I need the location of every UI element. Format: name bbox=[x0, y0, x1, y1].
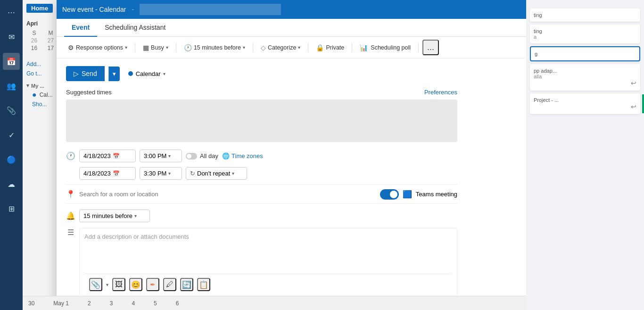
repeat-chevron: ▾ bbox=[232, 171, 234, 176]
image-button[interactable]: 🖼 bbox=[112, 278, 125, 291]
reminder-icon: 🕐 bbox=[184, 44, 192, 51]
repeat-picker[interactable]: ↻ Don't repeat ▾ bbox=[186, 167, 247, 180]
description-placeholder: Add a description or attach documents bbox=[84, 233, 452, 240]
panel-item-label: g bbox=[535, 51, 636, 57]
reminder-bell-icon: 🔔 bbox=[66, 211, 75, 220]
end-time-value: 3:30 PM bbox=[144, 170, 166, 177]
sidebar-item-attach[interactable]: 📎 bbox=[3, 102, 20, 119]
end-date-value: 4/18/2023 bbox=[83, 170, 111, 177]
toolbar-sep-3 bbox=[253, 43, 253, 52]
panel-item-icon2[interactable]: ↩ bbox=[631, 103, 636, 110]
toolbar-sep-4 bbox=[308, 43, 308, 52]
send-icon: ▷ bbox=[74, 70, 79, 77]
suggested-label: Suggested times bbox=[66, 89, 112, 96]
more-options-button[interactable]: ... bbox=[422, 40, 439, 55]
private-button[interactable]: 🔒 Private bbox=[312, 42, 348, 54]
panel-item-label: ting bbox=[534, 28, 636, 34]
suggested-header: Suggested times Preferences bbox=[66, 89, 457, 96]
response-options-button[interactable]: ⚙ Response options ▾ bbox=[64, 42, 131, 54]
send-label: Send bbox=[82, 70, 97, 77]
calendar-label: Calendar bbox=[136, 70, 161, 77]
suggested-times-box bbox=[66, 100, 457, 142]
highlight-button[interactable]: 🖊 bbox=[163, 278, 176, 291]
home-tab[interactable]: Home bbox=[26, 4, 53, 13]
allday-label: All day bbox=[200, 152, 218, 159]
footer-date: May 1 bbox=[53, 300, 69, 307]
dialog-toolbar: ⚙ Response options ▾ ▦ Busy ▾ 🕐 15 minut… bbox=[57, 37, 585, 59]
busy-icon: ▦ bbox=[143, 44, 149, 51]
sidebar-item-apps[interactable]: ⋯ bbox=[3, 4, 20, 21]
panel-item-label: Project - ... bbox=[534, 97, 636, 103]
panel-item-sublabel: alla bbox=[534, 74, 636, 79]
categorize-label: Categorize bbox=[268, 44, 296, 51]
draw-button[interactable]: ✒ bbox=[146, 278, 159, 291]
toolbar-sep-1 bbox=[135, 43, 135, 52]
sidebar-item-teams[interactable]: 🔵 bbox=[3, 151, 20, 168]
sidebar-item-tasks[interactable]: ✓ bbox=[3, 126, 20, 143]
cal-day[interactable]: 16 bbox=[26, 45, 42, 51]
sidebar-item-people[interactable]: 👥 bbox=[3, 77, 20, 94]
start-time-picker[interactable]: 3:00 PM ▾ bbox=[140, 150, 182, 162]
sidebar: ⋯ ✉ 📅 👥 📎 ✓ 🔵 ☁ ⊞ bbox=[0, 0, 23, 310]
send-dropdown-button[interactable]: ▾ bbox=[108, 67, 120, 81]
teams-toggle[interactable] bbox=[380, 189, 399, 200]
calendar-icon: 📅 bbox=[113, 153, 120, 159]
tab-event[interactable]: Event bbox=[64, 19, 97, 37]
panel-item-sublabel: a bbox=[534, 34, 636, 40]
start-date-value: 4/18/2023 bbox=[83, 152, 111, 159]
forms-button[interactable]: 📋 bbox=[197, 278, 210, 291]
scheduling-poll-icon: 📊 bbox=[360, 44, 368, 51]
dialog-content: ▷ Send ▾ Calendar ▾ Suggested times Pref… bbox=[57, 59, 585, 310]
tab-scheduling-assistant[interactable]: Scheduling Assistant bbox=[97, 19, 173, 37]
calendar-selector[interactable]: Calendar ▾ bbox=[124, 67, 171, 80]
categorize-icon: ◇ bbox=[261, 44, 266, 51]
description-row: ☰ Add a description or attach documents … bbox=[66, 228, 457, 300]
private-label: Private bbox=[326, 44, 344, 51]
emoji-button[interactable]: 😊 bbox=[129, 278, 142, 291]
teams-icon: 🟦 bbox=[403, 190, 412, 199]
end-time-picker[interactable]: 3:30 PM ▾ bbox=[140, 167, 182, 180]
categorize-button[interactable]: ◇ Categorize ▾ bbox=[257, 42, 304, 54]
event-title-input[interactable] bbox=[140, 4, 281, 15]
description-toolbar: 📎 ▾ 🖼 😊 ✒ 🖊 🔄 📋 bbox=[84, 274, 452, 295]
send-dropdown-icon: ▾ bbox=[113, 70, 116, 77]
start-time-value: 3:00 PM bbox=[144, 152, 166, 159]
panel-item-icon[interactable]: ↩ bbox=[631, 79, 636, 87]
footer-date: 3 bbox=[110, 300, 113, 307]
location-icon: 📍 bbox=[66, 190, 75, 199]
repeat-label: Don't repeat bbox=[197, 170, 230, 177]
reminder-dropdown[interactable]: 15 minutes before ▾ bbox=[79, 209, 150, 222]
attach-button[interactable]: 📎 bbox=[89, 278, 102, 291]
panel-item-label: ting bbox=[534, 12, 636, 18]
categorize-chevron: ▾ bbox=[298, 45, 300, 50]
description-input[interactable] bbox=[84, 240, 452, 268]
busy-chevron: ▾ bbox=[166, 45, 168, 50]
footer-date: 5 bbox=[154, 300, 157, 307]
globe-icon: 🌐 bbox=[222, 152, 230, 159]
sidebar-item-apps2[interactable]: ⊞ bbox=[3, 200, 20, 217]
time-zones-link[interactable]: 🌐 Time zones bbox=[222, 152, 263, 159]
attach-chevron[interactable]: ▾ bbox=[106, 282, 108, 287]
loop-button[interactable]: 🔄 bbox=[180, 278, 193, 291]
month-year-label: Apri bbox=[26, 20, 38, 27]
reminder-button[interactable]: 🕐 15 minutes before ▾ bbox=[180, 42, 249, 54]
preferences-link[interactable]: Preferences bbox=[424, 89, 457, 96]
end-date-picker[interactable]: 4/18/2023 📅 bbox=[79, 167, 136, 180]
scheduling-poll-button[interactable]: 📊 Scheduling poll bbox=[356, 42, 414, 54]
sidebar-item-onedrive[interactable]: ☁ bbox=[3, 176, 20, 193]
allday-toggle[interactable] bbox=[186, 153, 197, 159]
description-icon: ☰ bbox=[66, 228, 75, 237]
sidebar-item-calendar[interactable]: 📅 bbox=[3, 53, 20, 70]
location-input[interactable] bbox=[79, 189, 376, 200]
reminder-row: 🔔 15 minutes before ▾ bbox=[66, 209, 457, 222]
send-button[interactable]: ▷ Send bbox=[66, 66, 105, 81]
cal-day[interactable]: 26 bbox=[26, 37, 42, 44]
calendar-item[interactable]: Cal... bbox=[40, 92, 53, 98]
event-form: ▷ Send ▾ Calendar ▾ Suggested times Pref… bbox=[57, 59, 467, 310]
busy-button[interactable]: ▦ Busy ▾ bbox=[139, 42, 172, 54]
reminder-value: 15 minutes before bbox=[83, 212, 132, 219]
more-icon: ... bbox=[427, 42, 434, 52]
sidebar-item-mail[interactable]: ✉ bbox=[3, 28, 20, 45]
response-options-icon: ⚙ bbox=[68, 44, 74, 51]
start-date-picker[interactable]: 4/18/2023 📅 bbox=[79, 150, 136, 162]
